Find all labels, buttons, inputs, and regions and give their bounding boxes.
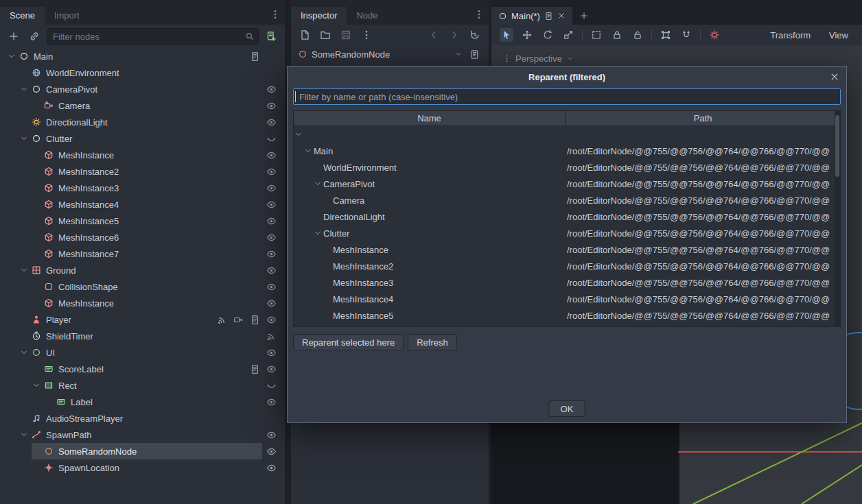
collapse-icon[interactable] [19,85,28,93]
dock-menu-icon[interactable] [474,9,485,20]
tab-inspector[interactable]: Inspector [291,7,347,25]
scene-tree-row-scorelabel[interactable]: ScoreLabel [0,361,285,377]
visibility-icon[interactable] [266,348,277,358]
visibility-off-icon[interactable] [266,381,277,391]
visibility-icon[interactable] [266,430,277,440]
reparent-row-root[interactable] [294,126,835,143]
collapse-icon[interactable] [313,180,322,188]
reparent-row-meshinstance2[interactable]: MeshInstance2/root/EditorNode/@@755/@@75… [294,258,835,274]
transform-menu[interactable]: Transform [765,30,816,40]
scene-tree-row-audiostreamplayer[interactable]: AudioStreamPlayer [0,410,285,427]
scene-tree-row-meshinstance4[interactable]: MeshInstance4 [0,196,285,213]
object-history-icon[interactable] [468,28,482,42]
scene-tree-row-camerapivot[interactable]: CameraPivot [0,81,285,97]
reparent-row-worldenvironment[interactable]: WorldEnvironment/root/EditorNode/@@755/@… [294,159,835,176]
script-icon[interactable] [250,51,260,62]
scene-tree-row-player[interactable]: Player [0,311,285,328]
new-scene-tab-button[interactable] [576,7,592,25]
collapse-icon[interactable] [19,431,28,439]
visibility-icon[interactable] [266,249,277,259]
scene-tree-row-main[interactable]: Main [0,48,285,64]
scene-tree-row-spawnlocation[interactable]: SpawnLocation [0,459,285,476]
visibility-icon[interactable] [266,463,277,473]
collapse-icon[interactable] [32,381,40,389]
refresh-button[interactable]: Refresh [408,334,457,350]
list-select-tool-icon[interactable] [590,28,603,42]
visibility-icon[interactable] [266,446,277,457]
visibility-icon[interactable] [266,183,277,193]
collapse-icon[interactable] [294,130,303,139]
add-node-icon[interactable] [7,29,21,43]
reparent-selected-button[interactable]: Reparent selected here [293,334,404,350]
tab-import[interactable]: Import [45,7,89,25]
reparent-row-meshinstance5[interactable]: MeshInstance5/root/EditorNode/@@755/@@75… [294,307,835,324]
reparent-row-meshinstance3[interactable]: MeshInstance3/root/EditorNode/@@755/@@75… [294,274,835,291]
view-menu[interactable]: View [824,30,854,40]
lock-selected-icon[interactable] [610,28,624,42]
scene-tree-row-clutter[interactable]: Clutter [0,130,285,147]
collapse-icon[interactable] [7,52,16,60]
scene-tree-row-meshinstance3[interactable]: MeshInstance3 [0,180,285,196]
visibility-icon[interactable] [266,101,277,111]
scrollbar-thumb[interactable] [835,115,839,177]
visibility-off-icon[interactable] [266,134,277,144]
load-resource-icon[interactable] [318,28,332,42]
signal-connections-icon[interactable] [266,331,277,341]
scene-tree-row-spawnpath[interactable]: SpawnPath [0,427,285,443]
scene-tree-row-rect[interactable]: Rect [0,377,285,394]
reparent-filter-input[interactable] [293,88,841,105]
scene-tab-main[interactable]: Main(*) [491,7,572,25]
visibility-icon[interactable] [266,315,277,325]
scene-tree-row-meshinstance6[interactable]: MeshInstance6 [0,229,285,245]
new-resource-icon[interactable] [298,28,312,42]
collapse-icon[interactable] [19,134,28,143]
visibility-icon[interactable] [266,364,277,374]
reparent-row-directionallight[interactable]: DirectionalLight/root/EditorNode/@@755/@… [294,208,835,225]
scene-tree-row-label[interactable]: Label [0,394,285,410]
scene-tree-row-ground[interactable]: Ground [0,262,285,278]
groups-icon[interactable] [233,315,244,325]
visibility-icon[interactable] [266,282,277,292]
script-icon[interactable] [544,12,553,21]
group-selected-icon[interactable] [659,28,673,42]
script-icon[interactable] [250,315,260,325]
signal-connections-icon[interactable] [217,315,227,325]
reparent-row-camerapivot[interactable]: CameraPivot/root/EditorNode/@@755/@@756/… [294,176,835,192]
scene-filter-input[interactable] [47,29,258,44]
history-back-icon[interactable] [427,28,441,42]
environment-toggle-icon[interactable] [708,28,721,42]
scene-tree-row-somerandomnode[interactable]: SomeRandomNode [0,443,285,459]
scene-tree-row-meshinstance2[interactable]: MeshInstance2 [0,163,285,180]
snap-toggle-icon[interactable] [679,28,693,42]
scene-tree-row-meshinstance7[interactable]: MeshInstance7 [0,245,285,262]
reparent-row-meshinstance[interactable]: MeshInstance/root/EditorNode/@@755/@@756… [294,241,835,258]
visibility-icon[interactable] [266,216,277,226]
move-tool-icon[interactable] [520,28,534,42]
visibility-icon[interactable] [266,167,277,177]
reparent-row-camera[interactable]: Camera/root/EditorNode/@@755/@@756/@@764… [294,192,835,208]
select-tool-icon[interactable] [500,28,513,42]
collapse-icon[interactable] [303,147,312,155]
visibility-icon[interactable] [266,84,277,95]
scene-tree-row-worldenvironment[interactable]: WorldEnvironment [0,64,285,81]
visibility-icon[interactable] [266,298,277,309]
visibility-icon[interactable] [266,397,277,407]
unlock-selected-icon[interactable] [631,28,644,42]
script-icon[interactable] [250,364,260,374]
attach-script-icon[interactable] [264,29,278,43]
open-docs-button[interactable] [467,47,482,62]
close-dialog-icon[interactable] [830,72,839,82]
history-forward-icon[interactable] [447,28,461,42]
tab-node[interactable]: Node [347,7,387,25]
scene-tree-row-shieldtimer[interactable]: ShieldTimer [0,328,285,344]
reparent-row-main[interactable]: Main/root/EditorNode/@@755/@@756/@@764/@… [294,143,835,159]
reparent-row-clutter[interactable]: Clutter/root/EditorNode/@@755/@@756/@@76… [294,225,835,241]
dock-menu-icon[interactable] [270,9,281,20]
edited-object-selector[interactable]: SomeRandomNode [291,45,489,63]
scene-tree-row-directionallight[interactable]: DirectionalLight [0,114,285,130]
scene-tree-row-collisionshape[interactable]: CollisionShape [0,278,285,295]
rotate-tool-icon[interactable] [541,28,555,42]
scrollbar[interactable] [835,111,840,326]
scene-tree-row-meshinstance5[interactable]: MeshInstance5 [0,213,285,229]
visibility-icon[interactable] [266,200,277,210]
